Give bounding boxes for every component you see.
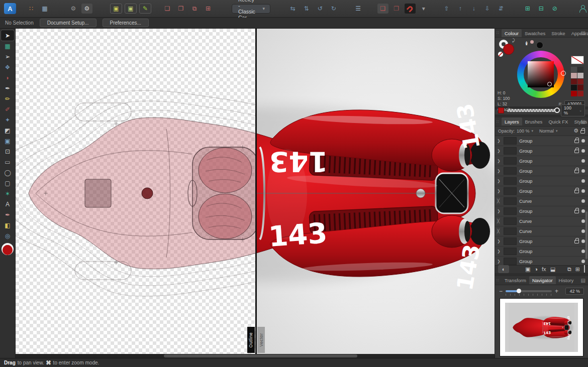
layer-visibility-icon[interactable]: [581, 159, 585, 163]
pixel-persona-icon[interactable]: ∷: [26, 4, 37, 14]
vector-crop-tool[interactable]: ⊡: [1, 146, 14, 157]
layer-visibility-icon[interactable]: [581, 209, 585, 213]
colour-swatch-7[interactable]: [577, 85, 583, 90]
adjustment-layer-icon[interactable]: ◑: [534, 266, 538, 272]
layer-lock-icon[interactable]: [574, 140, 579, 143]
expand-chevron-icon[interactable]: ❯: [497, 239, 501, 243]
insert-behind-icon[interactable]: ❐: [175, 4, 186, 14]
layers-opacity-value[interactable]: 100 %: [517, 129, 530, 134]
flip-vertical-icon[interactable]: ⇅: [301, 4, 312, 14]
export-persona-icon[interactable]: ▦: [39, 4, 50, 14]
layer-row[interactable]: ╳Curve: [495, 196, 588, 206]
panel-menu-icon[interactable]: ▤: [581, 278, 585, 283]
tab-transform[interactable]: Transform: [502, 276, 529, 284]
layer-row[interactable]: ❯Group: [495, 236, 588, 247]
layer-visibility-icon[interactable]: [581, 169, 585, 173]
live-filter-icon[interactable]: ⬓: [550, 266, 555, 273]
layer-row[interactable]: ❯Group: [495, 156, 588, 166]
secondary-colour-circle[interactable]: [536, 42, 543, 49]
layer-row[interactable]: ❯Group: [495, 257, 588, 265]
horizontal-scrollbar[interactable]: [16, 354, 495, 358]
opacity-slider[interactable]: [507, 109, 558, 112]
duplicate-layer-icon[interactable]: ⧉: [567, 266, 571, 273]
zoom-in-button[interactable]: +: [555, 288, 558, 295]
alignment-icon[interactable]: ☰: [353, 4, 364, 14]
artistic-text-tool[interactable]: A: [1, 199, 14, 209]
navigator-thumbnail[interactable]: 143143143143: [500, 298, 583, 356]
snapping-magnet-icon[interactable]: [405, 4, 416, 14]
lock-icon[interactable]: [580, 130, 585, 134]
layer-effects-icon[interactable]: fx: [542, 266, 546, 272]
layer-row[interactable]: ❯Group: [495, 186, 588, 196]
colour-picker-tool[interactable]: ✒: [1, 209, 14, 220]
rotate-ccw-icon[interactable]: ↺: [315, 4, 326, 14]
layer-lock-icon[interactable]: [574, 210, 579, 213]
expand-chevron-icon[interactable]: ❯: [497, 139, 501, 143]
tab-quick-fx[interactable]: Quick FX: [545, 117, 571, 126]
edit-all-layers-button[interactable]: ◐: [498, 265, 509, 273]
gear-icon[interactable]: ⚙: [68, 4, 79, 14]
contour-tool[interactable]: ◗: [1, 72, 14, 83]
snap-preset-pen-icon[interactable]: ✎: [139, 4, 151, 14]
opacity-value-dropdown[interactable]: 100 % ⌄: [561, 104, 585, 116]
star-tool[interactable]: ✶: [1, 188, 14, 199]
colour-swatch-1[interactable]: [577, 67, 583, 72]
layer-visibility-icon[interactable]: [581, 229, 585, 233]
zoom-percentage[interactable]: 42 %: [565, 288, 584, 295]
layer-row[interactable]: ❯Group: [495, 136, 588, 146]
layer-visibility-icon[interactable]: [581, 149, 585, 153]
expand-chevron-icon[interactable]: ❯: [497, 259, 501, 264]
preferences-button[interactable]: Preferences...: [103, 19, 149, 27]
none-swatch[interactable]: [571, 56, 584, 64]
colour-swatch-9[interactable]: [577, 91, 583, 96]
fill-colour-circle[interactable]: [503, 44, 514, 55]
expand-chevron-icon[interactable]: ❯: [497, 169, 501, 173]
view-mode-tab-outline[interactable]: Outline: [247, 327, 255, 353]
tab-swatches[interactable]: Swatches: [522, 29, 548, 37]
layer-lock-icon[interactable]: [574, 150, 579, 153]
layer-lock-icon[interactable]: [574, 240, 579, 243]
app-logo-icon[interactable]: A: [4, 3, 16, 14]
transparency-tool[interactable]: ◩: [1, 125, 14, 136]
swap-colours-icon[interactable]: ⤸: [512, 38, 515, 43]
colour-swatch-6[interactable]: [571, 85, 577, 90]
snap-preset-1-icon[interactable]: ▣: [110, 4, 122, 14]
layer-row[interactable]: ❯Group: [495, 166, 588, 176]
layer-visibility-icon[interactable]: [581, 179, 585, 183]
artboard-tool[interactable]: ▦: [1, 41, 14, 51]
layer-visibility-icon[interactable]: [581, 199, 585, 203]
replace-selection-icon[interactable]: ⊞: [203, 4, 214, 14]
tab-brushes[interactable]: Brushes: [522, 117, 546, 126]
rotate-cw-icon[interactable]: ↻: [328, 4, 339, 14]
layer-row[interactable]: ❯Group: [495, 176, 588, 186]
vector-brush-tool[interactable]: ✐: [1, 104, 14, 114]
zoom-tool[interactable]: ◎: [1, 230, 14, 241]
hue-picker-handle[interactable]: [561, 71, 566, 76]
account-icon[interactable]: [577, 4, 588, 14]
move-forward-icon[interactable]: ↑: [455, 4, 466, 14]
insert-on-top-icon[interactable]: ❏: [162, 4, 173, 14]
layer-visibility-icon[interactable]: [581, 219, 585, 223]
gear-active-icon[interactable]: ⚙: [81, 4, 92, 14]
insert-inside-icon[interactable]: ⧉: [189, 4, 200, 14]
expand-chevron-icon[interactable]: ❯: [497, 149, 501, 153]
layer-visibility-icon[interactable]: [581, 250, 585, 253]
expand-chevron-icon[interactable]: ❯: [497, 179, 501, 183]
colour-swatch-8[interactable]: [571, 91, 577, 96]
fill-stroke-selector[interactable]: [498, 40, 520, 57]
boolean-divide-icon[interactable]: ⊘: [549, 4, 560, 14]
move-to-front-icon[interactable]: ⇧: [441, 4, 452, 14]
eyedropper-icon[interactable]: ✒: [523, 41, 530, 46]
boolean-subtract-icon[interactable]: ⊟: [536, 4, 547, 14]
fill-tool[interactable]: ◧: [1, 220, 14, 230]
layer-row[interactable]: ╳Curve: [495, 226, 588, 236]
document-title-dropdown[interactable]: Mark Keeley - Classic Car (41.9%) ▼: [232, 4, 270, 14]
layer-visibility-icon[interactable]: [581, 189, 585, 193]
layer-lock-icon[interactable]: [574, 190, 579, 193]
expand-chevron-icon[interactable]: ❯: [497, 189, 501, 193]
tab-navigator[interactable]: Navigator: [529, 276, 556, 284]
zoom-out-button[interactable]: −: [499, 288, 503, 295]
layer-row[interactable]: ❯Group: [495, 146, 588, 156]
tab-colour[interactable]: Colour: [502, 29, 522, 37]
insert-mode-icon[interactable]: ❐: [391, 4, 402, 14]
